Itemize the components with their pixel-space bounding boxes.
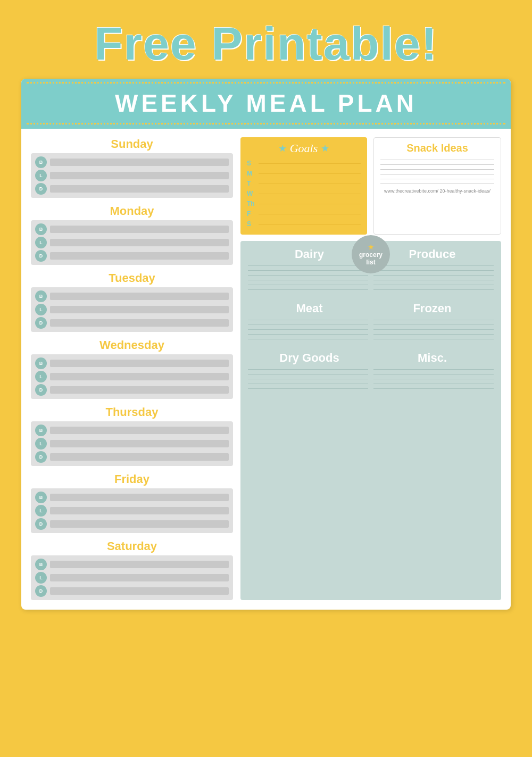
dairy-lines	[248, 265, 368, 294]
misc-line-3	[373, 379, 494, 379]
saturday-breakfast: B	[35, 559, 229, 570]
lunch-badge-thu: L	[35, 438, 47, 450]
goals-line-m	[259, 173, 361, 174]
produce-label: Produce	[377, 247, 488, 261]
wednesday-label: Wednesday	[31, 338, 233, 352]
tuesday-label: Tuesday	[31, 271, 233, 285]
snack-website: www.thecreativebite.com/ 20-healthy-snac…	[380, 188, 494, 194]
day-wednesday: Wednesday B L D	[31, 338, 233, 399]
lunch-badge-tue: L	[35, 304, 47, 315]
dairy-line-2	[248, 270, 368, 271]
goals-box: ★ Goals ★ S M T	[240, 137, 367, 235]
monday-meals: B L D	[31, 220, 233, 265]
goals-line-th	[259, 204, 361, 204]
wednesday-meals: B L D	[31, 354, 233, 399]
lunch-badge-mon: L	[35, 237, 47, 248]
dairy-line-1	[248, 265, 368, 266]
meat-line-2	[248, 325, 368, 325]
top-right-row: ★ Goals ★ S M T	[240, 137, 501, 235]
breakfast-badge-sat: B	[35, 559, 47, 570]
frozen-line-2	[373, 325, 494, 325]
goals-line-s	[259, 163, 361, 164]
dairy-line-5	[248, 285, 368, 285]
sunday-lunch: L	[35, 170, 229, 181]
frozen-label: Frozen	[377, 302, 488, 315]
right-column: ★ Goals ★ S M T	[240, 137, 501, 600]
day-sunday: Sunday B L D	[31, 137, 233, 198]
monday-dinner: D	[35, 250, 229, 262]
lunch-badge-fri: L	[35, 505, 47, 517]
tuesday-dinner: D	[35, 317, 229, 329]
goals-line-t	[259, 184, 361, 184]
card-header: WEEKLY MEAL PLAN	[21, 79, 511, 129]
dinner-line-fri	[50, 520, 229, 528]
dinner-badge-fri: D	[35, 518, 47, 530]
goals-day-w: W	[247, 190, 255, 197]
goals-row-f: F	[247, 210, 361, 218]
friday-lunch: L	[35, 505, 229, 517]
sunday-dinner: D	[35, 183, 229, 195]
snack-line-1	[380, 160, 494, 160]
frozen-lines	[373, 320, 494, 344]
goals-header: ★ Goals ★	[247, 142, 361, 155]
goals-row-s2: S	[247, 220, 361, 228]
monday-label: Monday	[31, 204, 233, 218]
saturday-lunch: L	[35, 572, 229, 584]
goals-row-t: T	[247, 180, 361, 187]
thursday-breakfast: B	[35, 425, 229, 436]
frozen-line-4	[373, 334, 494, 335]
meat-line-3	[248, 329, 368, 330]
saturday-dinner: D	[35, 585, 229, 597]
goals-day-m: M	[247, 170, 255, 177]
goals-line-s2	[259, 224, 361, 224]
day-saturday: Saturday B L D	[31, 539, 233, 600]
wednesday-lunch: L	[35, 371, 229, 382]
thursday-dinner: D	[35, 451, 229, 463]
lunch-line-wed	[50, 373, 229, 380]
goals-day-s: S	[247, 160, 255, 167]
thursday-meals: B L D	[31, 421, 233, 466]
lunch-line-mon	[50, 239, 229, 246]
monday-breakfast: B	[35, 223, 229, 235]
goals-day-f: F	[247, 210, 255, 218]
snack-title: Snack Ideas	[380, 142, 494, 154]
tuesday-meals: B L D	[31, 287, 233, 332]
dinner-badge-sun: D	[35, 183, 47, 195]
misc-line-4	[373, 384, 494, 384]
title-area: Free Printable!	[0, 11, 532, 79]
dotted-top	[27, 82, 505, 84]
goals-row-th: Th	[247, 200, 361, 207]
breakfast-badge-thu: B	[35, 425, 47, 436]
sunday-breakfast: B	[35, 156, 229, 168]
lunch-line-sat	[50, 574, 229, 581]
breakfast-line-sat	[50, 561, 229, 568]
produce-line-3	[373, 275, 494, 276]
day-tuesday: Tuesday B L D	[31, 271, 233, 332]
grocery-badge-text: grocerylist	[359, 251, 383, 267]
star-left-icon: ★	[278, 143, 287, 154]
dinner-badge-sat: D	[35, 585, 47, 597]
dinner-badge-tue: D	[35, 317, 47, 329]
meat-line-1	[248, 320, 368, 320]
goals-day-s2: S	[247, 220, 255, 228]
dairy-label: Dairy	[254, 247, 365, 261]
produce-line-2	[373, 270, 494, 271]
frozen-line-5	[373, 339, 494, 339]
breakfast-line-sun	[50, 159, 229, 166]
tuesday-breakfast: B	[35, 290, 229, 302]
sunday-meals: B L D	[31, 153, 233, 198]
snack-line-3	[380, 169, 494, 170]
breakfast-badge-mon: B	[35, 223, 47, 235]
dinner-badge-mon: D	[35, 250, 47, 262]
dinner-line-mon	[50, 252, 229, 260]
lunch-badge-sat: L	[35, 572, 47, 584]
card-body: Sunday B L D	[21, 129, 511, 610]
snack-line-5	[380, 179, 494, 179]
produce-line-1	[373, 265, 494, 266]
breakfast-line-fri	[50, 494, 229, 501]
grocery-section: Dairy ★ grocerylist Produce	[240, 241, 501, 600]
dry-line-3	[248, 379, 368, 379]
breakfast-badge-tue: B	[35, 290, 47, 302]
meat-label: Meat	[254, 302, 365, 315]
lunch-badge-sun: L	[35, 170, 47, 181]
